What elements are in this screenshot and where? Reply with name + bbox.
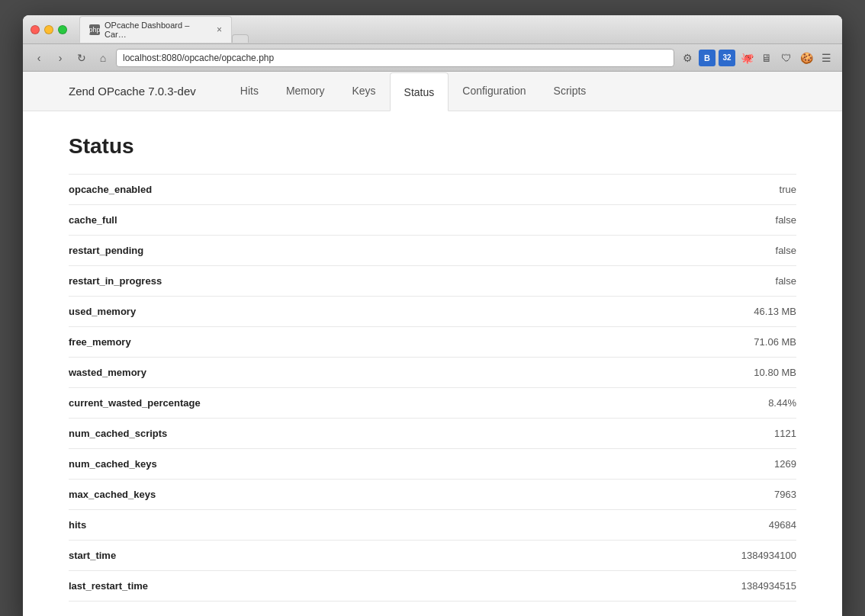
active-tab[interactable]: php OPcache Dashboard – Car… × (79, 16, 232, 43)
maximize-button[interactable] (58, 25, 67, 34)
status-key: max_cached_keys (69, 489, 156, 500)
status-key: restart_pending (69, 245, 143, 256)
status-value: 1384934100 (741, 550, 796, 561)
table-row: restart_pendingfalse (69, 236, 796, 266)
tab-favicon-icon: php (89, 24, 100, 35)
home-button[interactable]: ⌂ (95, 50, 111, 66)
tab-hits[interactable]: Hits (227, 72, 272, 111)
table-row: hits49684 (69, 510, 796, 541)
toolbar-icons: ⚙ B 32 🐙 🖥 🛡 🍪 ☰ (679, 50, 834, 66)
cookie-icon[interactable]: 🍪 (798, 50, 815, 66)
table-row: num_cached_keys1269 (69, 449, 796, 480)
table-row: last_restart_time1384934515 (69, 571, 796, 602)
browser-titlebar: php OPcache Dashboard – Car… × (23, 15, 842, 44)
status-key: num_cached_keys (69, 458, 157, 470)
app-title: Zend OPcache 7.0.3-dev (69, 85, 196, 98)
browser-toolbar: ‹ › ↻ ⌂ localhost:8080/opcache/opcache.p… (23, 44, 842, 72)
status-key: wasted_memory (69, 367, 146, 378)
tab-configuration[interactable]: Configuration (449, 72, 539, 111)
menu-icon[interactable]: ☰ (818, 50, 834, 66)
nav-tabs: Hits Memory Keys Status Configuration Sc… (227, 72, 600, 111)
tab-close-icon[interactable]: × (217, 24, 222, 35)
status-key: opcache_enabled (69, 184, 152, 195)
status-key: cache_full (69, 214, 117, 226)
refresh-button[interactable]: ↻ (73, 50, 90, 66)
tab-keys[interactable]: Keys (338, 72, 389, 111)
status-value: 46.13 MB (754, 306, 796, 317)
extension-icon[interactable]: 🖥 (758, 50, 775, 66)
status-value: false (776, 245, 796, 256)
settings-icon[interactable]: ⚙ (679, 50, 696, 66)
status-key: num_cached_scripts (69, 428, 167, 439)
status-value: 1384934515 (741, 580, 796, 592)
table-row: used_memory46.13 MB (69, 297, 796, 327)
table-row: cache_fullfalse (69, 205, 796, 236)
tab-title: OPcache Dashboard – Car… (105, 21, 212, 39)
table-row: current_wasted_percentage8.44% (69, 388, 796, 419)
status-key: start_time (69, 550, 116, 561)
page-title: Status (69, 134, 796, 159)
inactive-tab[interactable] (232, 34, 249, 43)
extension-32-icon[interactable]: 32 (719, 50, 735, 66)
status-value: 49684 (769, 519, 796, 531)
extension-b-icon[interactable]: B (699, 50, 715, 66)
app-header: Zend OPcache 7.0.3-dev Hits Memory Keys … (23, 72, 842, 111)
table-row: max_cached_keys7963 (69, 480, 796, 510)
status-value: 1269 (774, 458, 796, 470)
status-value: true (780, 184, 796, 195)
table-row: opcache_enabledtrue (69, 174, 796, 205)
github-icon[interactable]: 🐙 (738, 50, 755, 66)
status-value: 1121 (774, 428, 796, 439)
status-value: 8.44% (768, 397, 796, 409)
status-key: current_wasted_percentage (69, 397, 201, 409)
close-button[interactable] (31, 25, 40, 34)
status-value: 10.80 MB (754, 367, 796, 378)
tab-status[interactable]: Status (390, 72, 449, 111)
tab-scripts[interactable]: Scripts (540, 72, 600, 111)
table-row: restart_in_progressfalse (69, 266, 796, 297)
main-content: Status opcache_enabledtruecache_fullfals… (23, 111, 842, 616)
forward-button[interactable]: › (52, 50, 69, 66)
status-value: false (776, 275, 796, 287)
status-value: 7963 (774, 489, 796, 500)
status-key: free_memory (69, 336, 131, 348)
back-button[interactable]: ‹ (31, 50, 47, 66)
table-row: start_time1384934100 (69, 541, 796, 571)
shield-icon[interactable]: 🛡 (778, 50, 795, 66)
status-key: restart_in_progress (69, 275, 162, 287)
table-row: wasted_memory10.80 MB (69, 358, 796, 388)
status-key: hits (69, 519, 86, 531)
traffic-lights (31, 25, 67, 34)
page-content: Zend OPcache 7.0.3-dev Hits Memory Keys … (23, 72, 842, 616)
status-key: last_restart_time (69, 580, 148, 592)
table-row: free_memory71.06 MB (69, 327, 796, 358)
browser-window: php OPcache Dashboard – Car… × ‹ › ↻ ⌂ l… (23, 15, 842, 616)
address-bar[interactable]: localhost:8080/opcache/opcache.php (116, 49, 674, 67)
status-table: opcache_enabledtruecache_fullfalserestar… (69, 174, 796, 602)
status-value: false (776, 214, 796, 226)
tab-memory[interactable]: Memory (272, 72, 339, 111)
status-key: used_memory (69, 306, 136, 317)
minimize-button[interactable] (44, 25, 53, 34)
tab-bar: php OPcache Dashboard – Car… × (79, 16, 834, 43)
status-value: 71.06 MB (754, 336, 796, 348)
table-row: num_cached_scripts1121 (69, 419, 796, 449)
url-text: localhost:8080/opcache/opcache.php (123, 53, 274, 63)
